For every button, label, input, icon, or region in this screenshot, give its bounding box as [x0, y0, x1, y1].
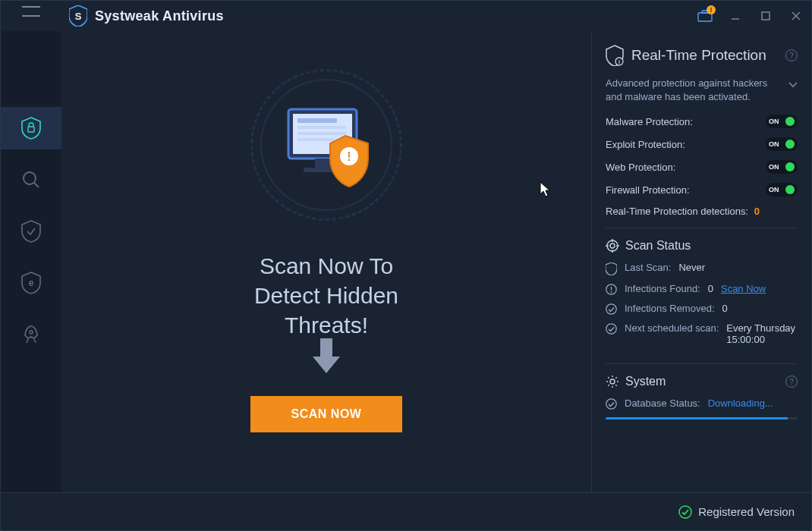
infections-found-label: Infections Found:: [625, 283, 700, 294]
check-circle-icon: [678, 505, 692, 519]
infections-removed-label: Infections Removed:: [625, 303, 715, 314]
svg-text:i: i: [618, 59, 620, 64]
nav-optimize[interactable]: [1, 313, 61, 356]
minimize-button[interactable]: [720, 1, 751, 31]
close-button[interactable]: [781, 1, 811, 31]
footer: Registered Version: [1, 492, 811, 530]
arrow-down-icon: [313, 357, 340, 373]
svg-point-27: [610, 244, 615, 248]
svg-rect-19: [297, 138, 334, 141]
toggle-malware-switch[interactable]: ON: [766, 115, 798, 128]
toggle-state: ON: [769, 186, 779, 193]
toggle-label: Exploit Protection:: [606, 139, 685, 150]
cursor-icon: [540, 181, 552, 198]
detections-value: 0: [754, 206, 760, 217]
svg-line-12: [27, 339, 28, 343]
search-icon: [21, 170, 41, 190]
target-icon: [606, 239, 619, 253]
toggle-malware: Malware Protection: ON: [606, 115, 798, 128]
menu-button[interactable]: [1, 1, 61, 31]
main-content: ! Scan Now To Detect Hidden Threats! SCA…: [61, 31, 591, 492]
infections-found-value: 0: [708, 283, 713, 294]
gear-icon: [606, 375, 619, 388]
shield-logo-icon: S: [69, 5, 87, 27]
scan-status-section: Scan Status Last Scan: Never Infections …: [606, 239, 798, 364]
registered-label: Registered Version: [698, 505, 795, 518]
next-scan-row: Next scheduled scan: Every Thursday 15:0…: [606, 322, 798, 345]
toggle-web: Web Protection: ON: [606, 160, 798, 174]
toggle-exploit-switch[interactable]: ON: [766, 137, 798, 151]
svg-text:S: S: [75, 11, 82, 22]
rtp-title: Real-Time Protection: [631, 47, 766, 64]
monitor-shield-icon: !: [273, 102, 379, 203]
toggle-exploit: Exploit Protection: ON: [606, 137, 798, 151]
svg-point-34: [611, 291, 612, 293]
briefcase-button[interactable]: !: [690, 1, 720, 31]
hero-line2: Detect Hidden: [254, 281, 398, 310]
close-icon: [791, 11, 801, 21]
browser-shield-icon: e: [21, 272, 41, 294]
next-scan-value-2: 15:00:00: [726, 334, 795, 345]
svg-rect-20: [315, 159, 330, 168]
shield-small-icon: [606, 262, 617, 275]
app-title: Systweak Antivirus: [95, 8, 224, 24]
nav-browser[interactable]: e: [1, 262, 61, 304]
hero-line3: Threats!: [254, 310, 398, 340]
svg-point-38: [606, 399, 616, 409]
toggle-web-switch[interactable]: ON: [766, 160, 798, 174]
svg-line-13: [34, 339, 36, 343]
chevron-down-icon: [788, 82, 798, 88]
toggle-label: Malware Protection:: [606, 116, 693, 127]
check-circle-icon: [606, 303, 617, 315]
infections-removed-value: 0: [722, 303, 728, 314]
toggle-state: ON: [769, 140, 779, 148]
db-status-label: Database Status:: [625, 397, 700, 409]
title-bar: S Systweak Antivirus !: [1, 1, 811, 31]
sidebar: e: [1, 31, 61, 492]
maximize-button[interactable]: [751, 1, 781, 31]
svg-point-8: [24, 172, 36, 184]
scan-now-button[interactable]: SCAN NOW: [250, 396, 402, 432]
svg-rect-4: [762, 12, 770, 20]
nav-shield[interactable]: [1, 210, 61, 253]
shield-info-icon: i: [606, 45, 624, 66]
rtp-help-button[interactable]: ?: [785, 49, 798, 61]
svg-point-36: [606, 324, 616, 334]
svg-point-39: [679, 506, 691, 518]
toggle-label: Firewall Protection:: [606, 184, 690, 196]
scan-status-title: Scan Status: [625, 239, 691, 253]
db-progress: [606, 417, 798, 419]
app-logo: S Systweak Antivirus: [69, 5, 690, 27]
last-scan-value: Never: [678, 262, 705, 273]
rtp-expand-button[interactable]: [788, 79, 798, 92]
svg-point-26: [607, 240, 618, 251]
rocket-icon: [21, 325, 41, 344]
nav-protection[interactable]: [1, 107, 61, 149]
svg-text:e: e: [29, 278, 34, 288]
svg-rect-16: [297, 118, 337, 123]
nav-search[interactable]: [1, 159, 61, 201]
system-help-button[interactable]: ?: [785, 375, 798, 388]
infections-removed-row: Infections Removed: 0: [606, 303, 798, 315]
shield-check-icon: [21, 220, 41, 243]
svg-rect-18: [297, 132, 346, 135]
svg-text:!: !: [347, 150, 351, 163]
svg-line-9: [34, 183, 39, 187]
scan-now-link[interactable]: Scan Now: [721, 283, 766, 294]
toggle-label: Web Protection:: [606, 162, 675, 173]
rtp-detections: Real-Time Protection detections: 0: [606, 206, 798, 217]
next-scan-value-1: Every Thursday: [726, 322, 795, 334]
last-scan-label: Last Scan:: [625, 262, 671, 273]
system-title: System: [625, 375, 666, 388]
info-circle-icon: [606, 284, 617, 295]
check-circle-icon: [606, 323, 617, 335]
toggle-firewall-switch[interactable]: ON: [766, 183, 798, 196]
next-scan-label: Next scheduled scan:: [625, 322, 719, 334]
system-section: System ? Database Status: Downloading...: [606, 375, 798, 430]
shield-lock-icon: [21, 117, 41, 140]
rtp-section: i Real-Time Protection ? Advanced protec…: [606, 45, 798, 228]
minimize-icon: [730, 11, 741, 21]
app-window: S Systweak Antivirus !: [0, 0, 812, 531]
hero-text: Scan Now To Detect Hidden Threats!: [254, 251, 398, 340]
svg-rect-7: [28, 127, 34, 132]
